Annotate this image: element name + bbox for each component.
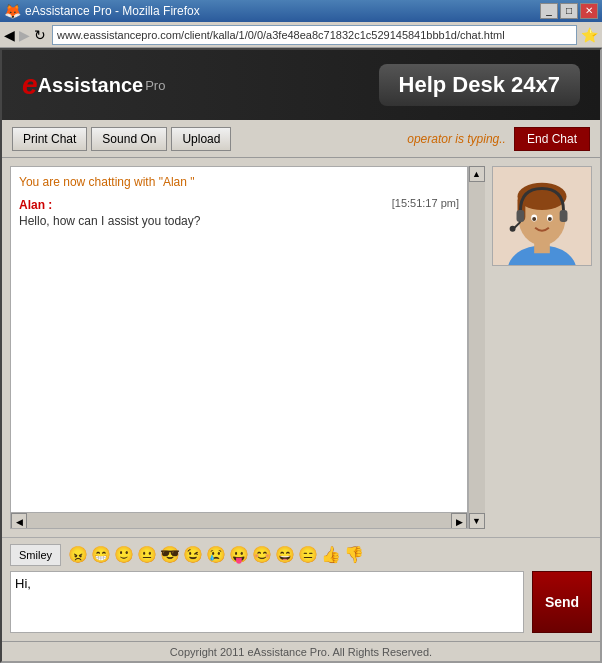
vertical-scrollbar[interactable]: ▲ ▼ (468, 166, 484, 529)
toolbar: Print Chat Sound On Upload operator is t… (2, 120, 600, 158)
emoji-wink[interactable]: 😉 (183, 545, 203, 564)
scroll-up-arrow[interactable]: ▲ (469, 166, 485, 182)
maximize-button[interactable]: □ (560, 3, 578, 19)
header: e Assistance Pro Help Desk 24x7 (2, 50, 600, 120)
svg-point-9 (548, 217, 552, 221)
emoji-meh[interactable]: 😑 (298, 545, 318, 564)
operator-typing-status: operator is typing.. (407, 132, 506, 146)
emoji-sad[interactable]: 😢 (206, 545, 226, 564)
logo: e Assistance Pro (22, 69, 165, 101)
footer: Copyright 2011 eAssistance Pro. All Righ… (2, 641, 600, 661)
print-chat-button[interactable]: Print Chat (12, 127, 87, 151)
window-controls: _ □ ✕ (540, 3, 598, 19)
go-icon[interactable]: ⭐ (581, 27, 598, 43)
emoji-happy[interactable]: 😊 (252, 545, 272, 564)
message-time: [15:51:17 pm] (392, 197, 459, 209)
chat-box: You are now chatting with "Alan " Alan :… (10, 166, 468, 529)
emoji-laugh[interactable]: 😄 (275, 545, 295, 564)
scroll-left-arrow[interactable]: ◀ (11, 513, 27, 529)
url-input[interactable] (52, 25, 577, 45)
emoji-cool[interactable]: 😎 (160, 545, 180, 564)
svg-point-8 (532, 217, 536, 221)
emoji-thumbsdown[interactable]: 👎 (344, 545, 364, 564)
message-text: Hello, how can I assist you today? (19, 214, 459, 228)
upload-button[interactable]: Upload (171, 127, 231, 151)
window-title: eAssistance Pro - Mozilla Firefox (25, 4, 540, 18)
forward-icon[interactable]: ▶ (19, 27, 30, 43)
smiley-bar: Smiley 😠 😁 🙂 😐 😎 😉 😢 😛 😊 😄 😑 👍 👎 (2, 537, 600, 571)
emoji-grin[interactable]: 😁 (91, 545, 111, 564)
emoji-tongue[interactable]: 😛 (229, 545, 249, 564)
back-icon[interactable]: ◀ (4, 27, 15, 43)
message-header: Alan : [15:51:17 pm] (19, 197, 459, 212)
horizontal-scrollbar[interactable]: ◀ ▶ (11, 512, 467, 528)
avatar-image (492, 166, 592, 266)
scroll-track-x[interactable] (27, 513, 451, 528)
message-sender: Alan : (19, 198, 52, 212)
emoji-angry[interactable]: 😠 (68, 545, 88, 564)
smiley-button[interactable]: Smiley (10, 544, 61, 566)
end-chat-button[interactable]: End Chat (514, 127, 590, 151)
svg-rect-11 (560, 210, 568, 222)
chat-message: Alan : [15:51:17 pm] Hello, how can I as… (19, 197, 459, 228)
scroll-down-arrow[interactable]: ▼ (469, 513, 485, 529)
svg-rect-10 (517, 210, 525, 222)
message-input[interactable]: Hi, (10, 571, 524, 633)
scroll-right-arrow[interactable]: ▶ (451, 513, 467, 529)
refresh-icon[interactable]: ↻ (34, 27, 46, 43)
scroll-track-y[interactable] (469, 182, 485, 513)
title-bar: 🦊 eAssistance Pro - Mozilla Firefox _ □ … (0, 0, 602, 22)
sound-on-button[interactable]: Sound On (91, 127, 167, 151)
browser-icon: 🦊 (4, 3, 21, 19)
close-button[interactable]: ✕ (580, 3, 598, 19)
svg-point-12 (510, 226, 516, 232)
chat-messages[interactable]: You are now chatting with "Alan " Alan :… (11, 167, 467, 512)
logo-e: e (22, 69, 38, 101)
avatar-panel (492, 166, 592, 529)
logo-pro: Pro (145, 78, 165, 93)
logo-text: Assistance (38, 74, 144, 97)
main-window: e Assistance Pro Help Desk 24x7 Print Ch… (0, 48, 602, 663)
chat-section: You are now chatting with "Alan " Alan :… (2, 158, 600, 537)
chat-intro-text: You are now chatting with "Alan " (19, 175, 459, 189)
footer-text: Copyright 2011 eAssistance Pro. All Righ… (170, 646, 432, 658)
minimize-button[interactable]: _ (540, 3, 558, 19)
helpdesk-badge: Help Desk 24x7 (379, 64, 580, 106)
emoji-neutral[interactable]: 😐 (137, 545, 157, 564)
send-button[interactable]: Send (532, 571, 592, 633)
address-bar: ◀ ▶ ↻ ⭐ (0, 22, 602, 48)
emoji-smile[interactable]: 🙂 (114, 545, 134, 564)
input-section: Hi, Send (2, 571, 600, 641)
emoji-thumbsup[interactable]: 👍 (321, 545, 341, 564)
